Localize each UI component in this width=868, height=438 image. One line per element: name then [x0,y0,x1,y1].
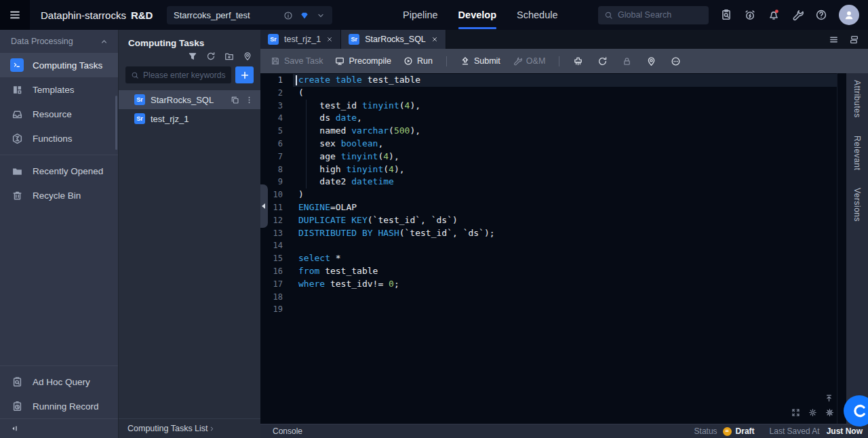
nav-item-schedule[interactable]: Schedule [517,0,557,30]
nav-item-develop[interactable]: Develop [458,0,496,30]
sidebar-footer-items: Ad Hoc QueryRunning Record [0,370,118,418]
precompile-button[interactable]: Precompile [335,56,391,66]
notification-bell-icon[interactable] [768,9,780,21]
tree-item-starrocks_sql[interactable]: SrStarRocks_SQL [119,90,260,109]
more-options-icon[interactable] [245,96,254,104]
nav-item-pipeline[interactable]: Pipeline [403,0,438,30]
code-line: 13DISTRIBUTED BY HASH(`test_id`, `ds`); [260,227,846,240]
rail-tab-relevant[interactable]: Relevant [852,136,862,170]
editor-toolbar: Save TaskPrecompileRun SubmitO&M [260,49,868,73]
panel-collapse-handle[interactable] [260,184,268,228]
sidebar-item-functions[interactable]: Functions [0,126,118,151]
info-icon[interactable] [283,11,293,20]
format-icon[interactable] [573,56,583,66]
sidebar-item-recently-opened[interactable]: Recently Opened [0,159,118,183]
sidebar-section-header[interactable]: Data Processing [0,30,118,53]
project-name: Starrcoks_perf_test [174,10,277,20]
locate-icon[interactable] [243,52,252,61]
sidebar-item-templates[interactable]: Templates [0,77,118,102]
last-saved-value: Just Now [827,426,863,436]
tools-wrench-icon[interactable] [791,9,804,21]
save-task-button: Save Task [271,56,323,66]
line-text [293,239,837,252]
line-number: 6 [260,138,293,151]
code-editor[interactable]: 1create table test_table2(3 test_id tiny… [260,73,846,424]
folder-plus-icon[interactable] [224,52,234,61]
project-selector[interactable]: Starrcoks_perf_test [167,6,332,24]
fullscreen-icon[interactable] [791,408,800,417]
global-search-input[interactable]: Global Search [598,6,709,24]
collapse-arrow-icon [262,203,265,209]
tree-item-test_rjz_1[interactable]: Srtest_rjz_1 [119,109,260,128]
sidebar-item-recycle-bin[interactable]: Recycle Bin [0,183,118,207]
more-icon[interactable] [671,56,681,66]
run-button[interactable]: Run [403,56,433,66]
refresh-icon[interactable] [206,52,216,61]
terminal-icon [10,58,24,72]
sidebar-item-running-record[interactable]: Running Record [0,394,118,418]
sidebar-collapse-bar[interactable] [0,418,118,438]
line-text: ( [293,87,837,100]
close-tab-icon[interactable] [326,36,333,43]
locate-icon[interactable] [646,56,656,66]
split-editor-icon[interactable] [849,35,859,45]
save-icon [271,56,280,66]
computing-tasks-list-bar[interactable]: Computing Tasks List [119,418,260,438]
toolbar-button-label: O&M [526,56,545,66]
task-report-icon[interactable] [720,9,732,21]
code-line: 19 [260,303,846,316]
divider [0,155,118,155]
submit-icon [460,56,470,66]
editor-tab-starrocks_sql[interactable]: SrStarRocks_SQL [341,30,446,49]
back-to-top-icon[interactable] [825,394,833,403]
line-text: high tinyint(4), [293,163,837,176]
toolbar-button-label: Save Task [284,56,323,66]
sidebar-spacer [0,207,118,361]
main-menu-button[interactable] [0,0,30,30]
tabbar-actions [829,30,859,49]
chevron-down-icon[interactable] [316,11,326,20]
refresh-icon[interactable] [597,56,608,66]
line-text: where test_idv!= 0; [293,278,837,291]
resource-icon [10,107,24,121]
close-tab-icon[interactable] [431,36,438,43]
top-bar: Dataphin-starrocks R&D Starrcoks_perf_te… [0,0,868,30]
task-type-badge: Sr [349,34,359,45]
editor-tab-test_rjz_1[interactable]: Srtest_rjz_1 [260,30,341,49]
chevron-up-icon [100,37,108,46]
theme-icon[interactable] [808,408,817,417]
line-text: DISTRIBUTED BY HASH(`test_id`, `ds`); [293,227,837,240]
alarm-icon[interactable] [744,9,756,21]
line-text: ) [293,188,837,201]
monitor-icon [335,56,344,66]
sidebar-scrollbar[interactable] [115,96,117,150]
line-number: 3 [260,100,293,113]
sidebar-item-label: Computing Tasks [33,60,102,71]
rail-tab-versions[interactable]: Versions [852,188,862,222]
help-icon[interactable] [815,9,827,21]
last-saved-label: Last Saved At [770,426,820,436]
copy-icon[interactable] [231,96,239,104]
gem-icon[interactable] [300,11,309,20]
toolbar-button-label: Submit [474,56,500,66]
editor-fab-row [791,408,834,417]
tab-list-icon[interactable] [829,35,839,45]
divider [446,56,447,66]
brand-suffix: R&D [131,9,153,21]
filter-icon[interactable] [188,52,197,61]
sidebar-item-resource[interactable]: Resource [0,102,118,126]
submit-button[interactable]: Submit [460,56,500,66]
line-number: 4 [260,112,293,125]
editor-settings-icon[interactable] [825,408,834,417]
user-avatar[interactable] [839,5,859,25]
sidebar-item-ad-hoc-query[interactable]: Ad Hoc Query [0,370,118,394]
rail-tab-attributes[interactable]: Attributes [852,80,862,118]
global-search-placeholder: Global Search [618,10,671,20]
console-toggle[interactable]: Console [273,426,302,436]
code-line: 15select * [260,252,846,265]
sidebar-item-computing-tasks[interactable]: Computing Tasks [0,53,118,77]
add-task-button[interactable] [235,66,254,83]
editor-column: Srtest_rjz_1SrStarRocks_SQL Save TaskPre… [260,30,868,438]
keyword-search-input[interactable]: Please enter keywords [125,66,231,83]
chevron-right-icon [208,425,216,433]
